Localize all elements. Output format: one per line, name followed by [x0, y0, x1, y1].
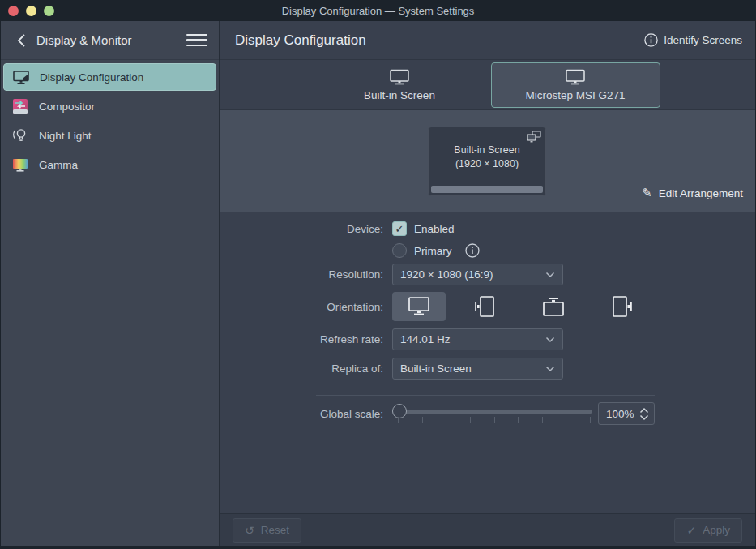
tab-label: Microstep MSI G271: [525, 89, 625, 101]
identify-screens-button[interactable]: Identify Screens: [644, 33, 742, 47]
screen-preview-built-in[interactable]: Built-in Screen (1920 × 1080): [428, 127, 546, 196]
monitor-icon: [565, 69, 586, 86]
resolution-value: 1920 × 1080 (16:9): [400, 268, 545, 281]
titlebar: Display Configuration — System Settings: [0, 0, 756, 21]
primary-info-icon[interactable]: [465, 243, 480, 258]
replica-of-select[interactable]: Built-in Screen: [392, 358, 563, 380]
undo-icon: ↺: [245, 524, 254, 537]
slider-ticks: [398, 417, 591, 423]
reset-button[interactable]: ↺ Reset: [233, 518, 301, 543]
identify-screens-label: Identify Screens: [664, 34, 742, 46]
gamma-icon: [11, 156, 29, 174]
orientation-landscape-flipped-button[interactable]: [527, 292, 580, 321]
sidebar-item-gamma[interactable]: Gamma: [3, 151, 216, 178]
primary-radio[interactable]: [392, 243, 407, 258]
main-header: Display Configuration Identify Screens: [220, 21, 755, 60]
compositor-icon: [11, 97, 29, 115]
refresh-rate-value: 144.01 Hz: [400, 333, 545, 345]
device-label: Device:: [220, 223, 383, 235]
footer-bar: ↺ Reset ✓ Apply: [220, 513, 755, 546]
preview-screen-stand: [431, 186, 543, 193]
sidebar-title: Display & Monitor: [36, 33, 186, 47]
screen-tabstrip: Built-in Screen Microstep MSI G271: [220, 60, 755, 110]
sidebar-item-label: Display Configuration: [40, 71, 143, 84]
apply-button[interactable]: ✓ Apply: [674, 518, 742, 543]
preview-screen-name: Built-in Screen: [454, 144, 519, 156]
reset-label: Reset: [261, 524, 289, 536]
spin-up-icon[interactable]: [639, 407, 649, 414]
sidebar-item-display-configuration[interactable]: Display Configuration: [3, 63, 216, 91]
refresh-rate-label: Refresh rate:: [220, 333, 383, 345]
slider-track: [392, 410, 592, 414]
orientation-portrait-left-button[interactable]: [459, 292, 513, 321]
sidebar-item-night-light[interactable]: Night Light: [3, 122, 216, 149]
minimize-button[interactable]: [26, 6, 36, 16]
enabled-label: Enabled: [414, 223, 455, 235]
spin-down-icon[interactable]: [639, 414, 649, 421]
arrangement-area: Built-in Screen (1920 × 1080) ✎ Edit Arr…: [220, 110, 755, 212]
preview-screen-resolution: (1920 × 1080): [455, 158, 519, 169]
replica-of-label: Replica of:: [220, 362, 383, 375]
tab-microstep-msi-g271[interactable]: Microstep MSI G271: [491, 62, 660, 108]
landscape-icon: [406, 296, 432, 317]
settings-form: Device: ✓ Enabled Primary: [220, 212, 755, 513]
sidebar: Display & Monitor Display Configuration …: [1, 21, 219, 546]
landscape-flipped-icon: [540, 296, 566, 317]
monitor-icon: [389, 69, 410, 86]
chevron-down-icon: [545, 272, 555, 278]
sidebar-item-compositor[interactable]: Compositor: [3, 92, 216, 120]
sidebar-list: Display Configuration Compositor Night L…: [1, 60, 219, 183]
primary-label: Primary: [414, 245, 452, 257]
checkmark-icon: ✓: [395, 223, 404, 235]
monitor-icon: [12, 68, 30, 86]
tab-built-in-screen[interactable]: Built-in Screen: [315, 62, 485, 108]
page-title: Display Configuration: [235, 32, 644, 49]
main-panel: Display Configuration Identify Screens B…: [219, 21, 755, 546]
menu-icon[interactable]: [186, 32, 207, 49]
global-scale-label: Global scale:: [220, 408, 383, 420]
night-light-icon: [11, 127, 29, 144]
edit-arrangement-button[interactable]: ✎ Edit Arrangement: [642, 186, 743, 200]
check-icon: ✓: [686, 524, 696, 537]
window-title: Display Configuration — System Settings: [0, 5, 756, 17]
resolution-label: Resolution:: [220, 268, 383, 281]
orientation-label: Orientation:: [220, 301, 383, 313]
system-settings-window: Display Configuration — System Settings …: [0, 0, 756, 549]
section-divider: [316, 395, 655, 396]
tab-label: Built-in Screen: [364, 89, 435, 101]
replica-badge-icon: [527, 131, 541, 143]
replica-of-value: Built-in Screen: [400, 362, 545, 375]
pencil-icon: ✎: [642, 186, 652, 200]
global-scale-spinbox[interactable]: 100%: [598, 402, 655, 425]
orientation-portrait-right-button[interactable]: [594, 292, 647, 321]
sidebar-item-label: Compositor: [39, 101, 95, 113]
enabled-checkbox[interactable]: ✓: [392, 221, 407, 236]
orientation-landscape-button[interactable]: [392, 292, 446, 321]
apply-label: Apply: [703, 524, 730, 536]
chevron-down-icon: [545, 337, 555, 343]
chevron-down-icon: [545, 366, 555, 372]
back-icon[interactable]: [14, 33, 28, 48]
close-button[interactable]: [8, 6, 19, 16]
global-scale-slider[interactable]: [392, 402, 592, 425]
refresh-rate-select[interactable]: 144.01 Hz: [392, 328, 563, 350]
edit-arrangement-label: Edit Arrangement: [659, 187, 743, 199]
info-icon: [644, 33, 658, 47]
maximize-button[interactable]: [44, 6, 54, 16]
portrait-left-icon: [473, 295, 499, 318]
sidebar-header: Display & Monitor: [1, 21, 219, 60]
sidebar-item-label: Gamma: [39, 159, 78, 171]
resolution-select[interactable]: 1920 × 1080 (16:9): [392, 264, 563, 285]
portrait-right-icon: [608, 295, 634, 318]
global-scale-value: 100%: [606, 408, 639, 420]
sidebar-item-label: Night Light: [39, 130, 92, 142]
